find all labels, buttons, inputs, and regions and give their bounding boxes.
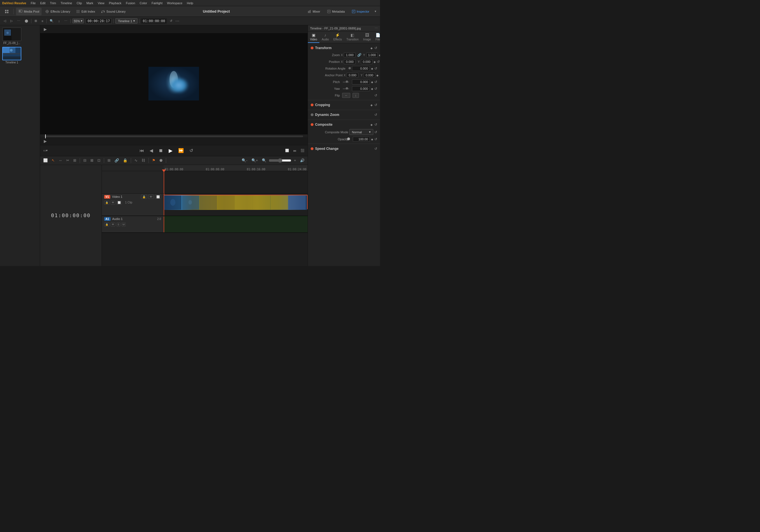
zoom-plus-btn[interactable]: +	[292, 157, 298, 163]
timeline-lock-btn[interactable]: 🔒	[121, 157, 129, 163]
fast-forward-btn[interactable]: ⏩	[177, 147, 185, 154]
composite-mode-reset[interactable]: ↺	[374, 130, 377, 134]
rotation-diamond[interactable]: ◆	[371, 67, 373, 70]
media-pool-button[interactable]: Media Pool	[16, 8, 41, 16]
menu-help[interactable]: Help	[187, 1, 193, 5]
cropping-diamond-btn[interactable]: ◆	[370, 104, 373, 107]
composite-diamond-btn[interactable]: ◆	[370, 123, 373, 126]
track-s-btn-a1[interactable]: S	[117, 223, 120, 226]
inspector-more-btn[interactable]: ⋯	[375, 26, 378, 30]
zoom-fit-btn[interactable]: 🔍	[261, 157, 268, 163]
menu-clip[interactable]: Clip	[76, 1, 82, 5]
transform-reset-btn[interactable]: ↺	[374, 46, 377, 50]
viewer-nav-bottom-btn[interactable]: ▶	[42, 138, 48, 144]
pitch-diamond[interactable]: ◆	[371, 80, 373, 84]
track-eye-a1[interactable]: 👁	[111, 223, 115, 226]
track-sub-mute-v1[interactable]: ⬜	[117, 200, 122, 204]
inspector-button[interactable]: Inspector	[349, 8, 372, 16]
menu-color[interactable]: Color	[140, 1, 147, 5]
track-settings-btn-v1[interactable]: ⬜	[155, 195, 161, 199]
menu-file[interactable]: File	[30, 1, 36, 5]
loop-btn-2[interactable]: ↺	[188, 147, 195, 154]
track-sub-eye-v1[interactable]: 👁	[111, 200, 115, 204]
effects-library-button[interactable]: Effects Library	[43, 8, 72, 16]
track-eye-btn-v1[interactable]: 👁	[148, 195, 154, 199]
scrub-bar[interactable]	[45, 136, 303, 137]
viewer-toggle-btn[interactable]: ⬛	[299, 148, 306, 153]
pitch-reset[interactable]: ↺	[374, 80, 377, 84]
color-flag-btn[interactable]: ⬟	[158, 157, 164, 163]
step-back-btn[interactable]: ◀	[148, 147, 154, 154]
menu-workspace[interactable]: Workspace	[167, 1, 182, 5]
zoom-selector[interactable]: 55% ▾	[72, 19, 84, 23]
undo-btn[interactable]: ◁	[2, 19, 7, 23]
metadata-button[interactable]: Metadata	[324, 8, 348, 16]
composite-section-header[interactable]: Composite ◆ ↺	[308, 121, 380, 128]
timeline-trim-btn[interactable]: ↔	[57, 157, 64, 163]
list-item[interactable]: Timeline 1	[2, 47, 21, 64]
pos-y-input[interactable]: 0.000	[361, 59, 373, 64]
viewer-nav-btn[interactable]: ▶	[42, 26, 48, 32]
track-lock-a1[interactable]: 🔒	[104, 223, 110, 226]
search-btn[interactable]: 🔍	[48, 19, 55, 23]
record-btn[interactable]: ⬤	[23, 19, 29, 23]
go-to-start-btn[interactable]: ⏮	[138, 148, 145, 154]
zoom-x-input[interactable]: 1.000	[344, 53, 356, 58]
pos-reset[interactable]: ↺	[377, 60, 380, 64]
cropping-reset-btn[interactable]: ↺	[374, 103, 377, 107]
play-btn[interactable]: ▶	[167, 147, 174, 154]
tab-audio[interactable]: ♪ Audio	[319, 31, 331, 43]
yaw-input[interactable]: 0.000	[352, 86, 370, 91]
zoom-out-btn[interactable]: 🔍-	[240, 157, 249, 163]
redo-btn[interactable]: ▷	[9, 19, 14, 23]
mixer-button[interactable]: Mixer	[305, 8, 323, 16]
zoom-y-input[interactable]: 1.000	[366, 53, 378, 58]
timeline-name-selector[interactable]: Timeline 1 ▾	[115, 18, 137, 23]
menu-fusion[interactable]: Fusion	[126, 1, 135, 5]
video-clip[interactable]	[164, 195, 308, 209]
tab-video[interactable]: ▣ Video	[308, 31, 319, 43]
track-content-v1[interactable]: FF_21-09_[0001-0689].jpg	[164, 194, 308, 216]
inspector-dropdown-btn[interactable]: ▾	[373, 9, 378, 14]
more-btn[interactable]: ⋯	[63, 19, 69, 23]
history-btn[interactable]: ⋯	[16, 19, 22, 23]
timeline-fx-btn[interactable]: ⊡	[96, 157, 102, 163]
track-sub-lock-v1[interactable]: 🔒	[104, 200, 110, 204]
pos-diamond[interactable]: ◆	[373, 60, 376, 64]
list-view-btn[interactable]: ≡	[40, 19, 45, 23]
dynamic-zoom-section-header[interactable]: Dynamic Zoom ↺	[308, 111, 380, 118]
track-lock-btn-v1[interactable]: 🔒	[141, 195, 147, 199]
opacity-value[interactable]: 100.00	[353, 137, 370, 142]
opacity-diamond[interactable]: ◆	[371, 138, 373, 141]
tab-transition[interactable]: ◧ Transition	[344, 31, 361, 43]
anchor-diamond[interactable]: ◆	[376, 74, 379, 77]
anchor-y-input[interactable]: 0.000	[364, 73, 375, 78]
yaw-reset[interactable]: ↺	[374, 87, 377, 91]
anchor-x-input[interactable]: 0.000	[347, 73, 358, 78]
timeline-razor-btn[interactable]: ✂	[65, 157, 71, 163]
audio-level-btn[interactable]: 🔊	[299, 157, 306, 163]
more-options-btn[interactable]: ⋯	[175, 19, 179, 23]
menu-mark[interactable]: Mark	[86, 1, 93, 5]
sound-library-button[interactable]: Sound Library	[99, 8, 128, 16]
rotation-input[interactable]: 0.000	[352, 66, 370, 71]
track-m-btn-a1[interactable]: M	[121, 223, 126, 226]
menu-trim[interactable]: Trim	[50, 1, 56, 5]
rotation-reset[interactable]: ↺	[374, 66, 377, 70]
yaw-diamond[interactable]: ◆	[371, 87, 373, 90]
flip-h-btn[interactable]: ↔	[342, 93, 350, 98]
viewer-layout-btn[interactable]: ▭▾	[42, 148, 49, 153]
menu-timeline[interactable]: Timeline	[61, 1, 72, 5]
timeline-multicam-btn[interactable]: ⊞	[72, 157, 78, 163]
loop-btn[interactable]: ↺	[168, 19, 174, 23]
timeline-snap-btn[interactable]: ⬜	[42, 157, 49, 163]
pitch-input[interactable]: 0.000	[352, 79, 370, 84]
timeline-chain-btn[interactable]: ⛓	[140, 157, 147, 163]
menu-fairlight[interactable]: Fairlight	[152, 1, 163, 5]
timeline-group-btn[interactable]: ⊞	[106, 157, 112, 163]
pos-x-input[interactable]: 0.000	[344, 59, 356, 64]
app-name-menu[interactable]: DaVinci Resolve	[2, 1, 26, 5]
stop-btn[interactable]: ⏹	[157, 148, 165, 154]
zoom-link-icon[interactable]: 🔗	[357, 53, 362, 57]
dynamic-zoom-reset-btn[interactable]: ↺	[374, 113, 377, 117]
